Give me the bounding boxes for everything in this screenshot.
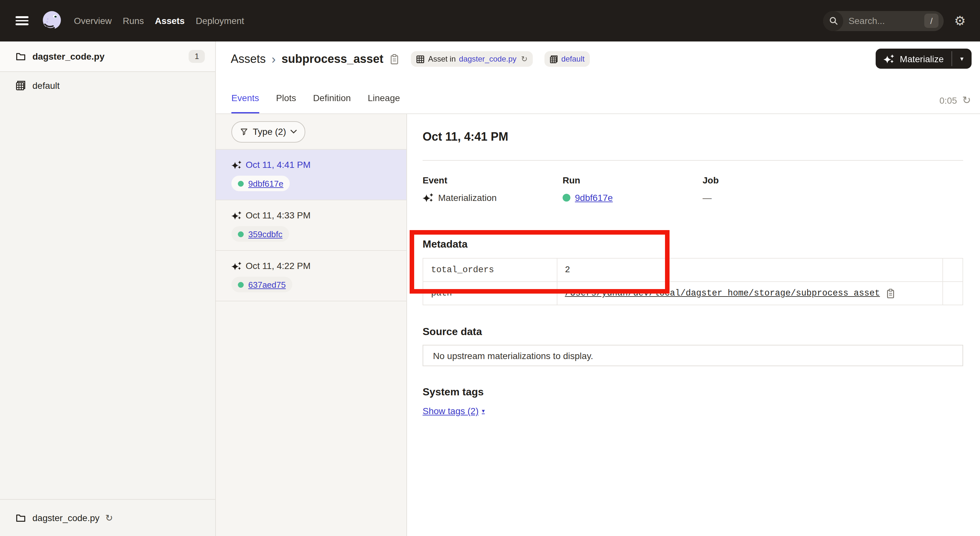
event-fields: Event Materialization Run 9dbf617e bbox=[423, 175, 963, 203]
metadata-row: path /Users/yuhan/dev/local/dagster_home… bbox=[423, 282, 963, 305]
job-field: Job — bbox=[703, 175, 843, 203]
sidebar-item-code-location[interactable]: dagster_code.py 1 bbox=[0, 41, 215, 72]
tab-lineage[interactable]: Lineage bbox=[368, 93, 400, 113]
materialize-dropdown-caret[interactable]: ▾ bbox=[952, 49, 972, 69]
run-pill[interactable]: 359cdbfc bbox=[231, 226, 289, 242]
event-label: Event bbox=[423, 175, 563, 185]
asset-tabs: Events Plots Definition Lineage bbox=[216, 76, 980, 113]
folder-icon bbox=[16, 513, 26, 523]
tab-plots[interactable]: Plots bbox=[276, 93, 296, 113]
code-location-link[interactable]: dagster_code.py bbox=[459, 54, 516, 64]
copy-asset-name-icon[interactable] bbox=[390, 54, 399, 65]
path-link[interactable]: /Users/yuhan/dev/local/dagster_home/stor… bbox=[565, 288, 880, 298]
asset-group-grid-icon bbox=[16, 80, 26, 91]
run-field: Run 9dbf617e bbox=[563, 175, 703, 203]
materialization-sparkle-icon bbox=[231, 261, 242, 270]
run-label: Run bbox=[563, 175, 703, 185]
asset-grid-icon bbox=[417, 55, 425, 63]
run-pill[interactable]: 637aed75 bbox=[231, 277, 292, 292]
event-timestamp: Oct 11, 4:41 PM bbox=[246, 159, 310, 170]
breadcrumb-chevron-icon: › bbox=[272, 53, 276, 65]
tab-events[interactable]: Events bbox=[231, 93, 259, 113]
type-filter-dropdown[interactable]: Type (2) bbox=[231, 121, 305, 142]
reload-code-location-icon[interactable]: ↻ bbox=[105, 513, 113, 522]
run-id-link[interactable]: 9dbf617e bbox=[575, 192, 613, 203]
top-nav-links: Overview Runs Assets Deployment bbox=[74, 16, 244, 26]
metadata-key: path bbox=[423, 282, 557, 305]
folder-icon bbox=[16, 51, 26, 62]
group-grid-icon bbox=[550, 55, 558, 63]
metadata-table: total_orders 2 path /Users/yuhan/dev/loc… bbox=[423, 258, 963, 305]
job-empty-value: — bbox=[703, 192, 712, 203]
breadcrumb-assets-link[interactable]: Assets bbox=[231, 52, 266, 66]
event-timestamp: Oct 11, 4:22 PM bbox=[246, 261, 310, 271]
source-data-empty-text: No upstream materializations to display. bbox=[433, 350, 593, 361]
events-list-panel: Type (2) Oct 11, 4:41 PM 9dbf617e bbox=[216, 114, 407, 536]
source-data-empty-state: No upstream materializations to display. bbox=[423, 345, 963, 366]
sidebar-item-default-group[interactable]: default bbox=[0, 72, 215, 99]
materialization-sparkle-icon bbox=[231, 210, 242, 220]
group-name: default bbox=[32, 80, 60, 91]
event-detail-title: Oct 11, 4:41 PM bbox=[423, 130, 963, 144]
refresh-timer: 0:05 ↻ bbox=[940, 95, 971, 106]
materialize-label: Materialize bbox=[900, 54, 944, 64]
run-status-dot bbox=[238, 231, 244, 237]
event-list-item[interactable]: Oct 11, 4:22 PM 637aed75 bbox=[216, 251, 406, 301]
dagster-logo-icon[interactable] bbox=[40, 9, 64, 32]
tag-prefix: Asset in bbox=[428, 54, 456, 64]
event-list-item[interactable]: Oct 11, 4:41 PM 9dbf617e bbox=[216, 150, 406, 200]
search-icon bbox=[823, 11, 843, 31]
top-nav-right: Search... / ⚙ bbox=[823, 11, 980, 31]
nav-item-runs[interactable]: Runs bbox=[123, 16, 144, 26]
settings-gear-icon[interactable]: ⚙ bbox=[954, 14, 966, 27]
run-status-dot bbox=[238, 180, 244, 186]
materialization-sparkle-icon bbox=[231, 160, 242, 170]
source-data-heading: Source data bbox=[423, 326, 963, 338]
run-id-link[interactable]: 359cdbfc bbox=[248, 229, 283, 239]
nav-item-assets[interactable]: Assets bbox=[155, 16, 185, 26]
hamburger-menu-icon[interactable] bbox=[16, 16, 29, 25]
funnel-icon bbox=[240, 127, 248, 136]
asset-header: Assets › subprocess_asset Asset in dagst… bbox=[216, 41, 980, 114]
nav-item-deployment[interactable]: Deployment bbox=[196, 16, 244, 26]
run-id-link[interactable]: 9dbf617e bbox=[248, 178, 283, 188]
dagster-app: Overview Runs Assets Deployment Search..… bbox=[0, 0, 980, 536]
slash-shortcut-key: / bbox=[924, 14, 939, 28]
reload-definition-icon[interactable]: ↻ bbox=[521, 55, 528, 63]
events-filter-bar: Type (2) bbox=[216, 114, 406, 150]
event-detail-panel: Oct 11, 4:41 PM Event Materialization Ru… bbox=[408, 114, 980, 536]
timer-countdown: 0:05 bbox=[940, 95, 957, 106]
show-tags-label: Show tags (2) bbox=[423, 406, 479, 416]
run-pill[interactable]: 9dbf617e bbox=[231, 176, 290, 191]
metadata-gutter-cell bbox=[943, 258, 963, 282]
event-list-item[interactable]: Oct 11, 4:33 PM 359cdbfc bbox=[216, 200, 406, 251]
event-timestamp: Oct 11, 4:33 PM bbox=[246, 210, 310, 220]
copy-path-icon[interactable] bbox=[886, 288, 895, 299]
footer-code-location-name: dagster_code.py bbox=[32, 513, 100, 523]
run-status-dot bbox=[563, 194, 570, 202]
code-location-name: dagster_code.py bbox=[32, 51, 105, 62]
show-tags-toggle[interactable]: Show tags (2) ▾ bbox=[423, 406, 485, 416]
materialize-button[interactable]: Materialize bbox=[876, 49, 951, 69]
divider bbox=[423, 160, 963, 161]
event-field: Event Materialization bbox=[423, 175, 563, 203]
search-input[interactable]: Search... / bbox=[823, 11, 944, 31]
breadcrumb: Assets › subprocess_asset Asset in dagst… bbox=[216, 41, 980, 76]
sidebar-footer-code-location[interactable]: dagster_code.py ↻ bbox=[0, 499, 215, 536]
event-type-value: Materialization bbox=[438, 192, 497, 203]
metadata-row: total_orders 2 bbox=[423, 258, 963, 282]
run-id-link[interactable]: 637aed75 bbox=[248, 280, 286, 289]
tab-definition[interactable]: Definition bbox=[313, 93, 351, 113]
search-placeholder: Search... bbox=[848, 16, 924, 26]
nav-item-overview[interactable]: Overview bbox=[74, 16, 112, 26]
metadata-value: 2 bbox=[557, 258, 943, 282]
caret-down-icon: ▾ bbox=[482, 408, 485, 414]
metadata-gutter-cell bbox=[943, 282, 963, 305]
top-nav: Overview Runs Assets Deployment Search..… bbox=[0, 0, 980, 41]
refresh-icon[interactable]: ↻ bbox=[962, 95, 971, 106]
materialize-split-button: Materialize ▾ bbox=[876, 49, 972, 69]
asset-name-title: subprocess_asset bbox=[282, 52, 383, 66]
sparkle-icon bbox=[884, 54, 895, 64]
asset-group-tag: default bbox=[544, 51, 590, 67]
group-link[interactable]: default bbox=[561, 54, 585, 64]
